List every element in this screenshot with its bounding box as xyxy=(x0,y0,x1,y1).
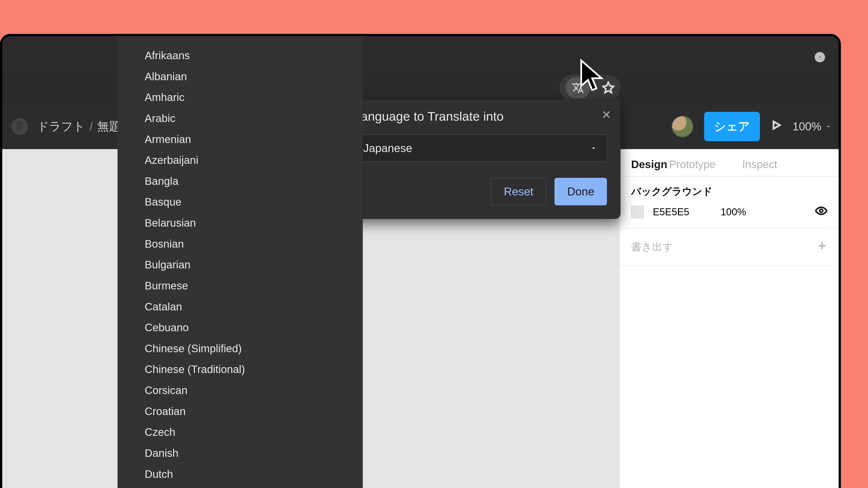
language-option[interactable]: Danish xyxy=(145,443,363,464)
language-option[interactable]: Albanian xyxy=(145,66,363,87)
language-option[interactable]: Chinese (Traditional) xyxy=(145,359,363,380)
translate-dialog-title: Language to Translate into xyxy=(354,109,607,124)
zoom-value: 100% xyxy=(793,120,822,133)
language-option[interactable]: Arabic xyxy=(145,108,363,129)
svg-point-0 xyxy=(20,125,23,128)
close-icon[interactable]: ✕ xyxy=(601,108,612,122)
translate-icon[interactable] xyxy=(565,77,590,98)
background-color-swatch[interactable] xyxy=(631,205,644,218)
zoom-dropdown[interactable]: 100% xyxy=(793,120,832,133)
chrome-menu-button[interactable] xyxy=(815,52,825,62)
app-window: ドラフト / 無題 シェア 100% Design Prototype Insp… xyxy=(0,34,841,488)
breadcrumb-separator: / xyxy=(90,120,93,133)
language-option[interactable]: Azerbaijani xyxy=(145,150,363,171)
language-option[interactable]: Basque xyxy=(145,192,363,213)
url-bar-action-chips xyxy=(559,74,620,101)
done-button[interactable]: Done xyxy=(555,178,607,205)
language-option[interactable]: English xyxy=(145,485,363,488)
language-select-dropdown[interactable]: Japanese xyxy=(354,134,607,162)
tab-design[interactable]: Design xyxy=(631,158,667,170)
background-section: バックグラウンド E5E5E5 100% xyxy=(620,176,839,229)
background-opacity-value[interactable]: 100% xyxy=(721,206,806,218)
language-select-value: Japanese xyxy=(363,142,412,155)
avatar[interactable] xyxy=(672,116,693,137)
language-option[interactable]: Croatian xyxy=(145,401,363,422)
background-hex-value[interactable]: E5E5E5 xyxy=(653,206,712,218)
right-panel: Design Prototype Inspect バックグラウンド E5E5E5… xyxy=(619,149,839,488)
language-option[interactable]: Dutch xyxy=(145,464,363,485)
translate-dialog: Language to Translate into ✕ Japanese Re… xyxy=(340,99,620,219)
language-option[interactable]: Burmese xyxy=(145,275,363,296)
language-option[interactable]: Bangla xyxy=(145,171,363,192)
panel-tabs: Design Prototype Inspect xyxy=(620,149,839,176)
bookmark-star-icon[interactable] xyxy=(602,81,615,95)
share-button[interactable]: シェア xyxy=(704,112,760,141)
breadcrumb-drafts[interactable]: ドラフト xyxy=(37,119,85,134)
language-option[interactable]: Corsican xyxy=(145,380,363,401)
language-option-list: AfrikaansAlbanianAmharicArabicArmenianAz… xyxy=(118,36,363,488)
language-option[interactable]: Bulgarian xyxy=(145,254,363,275)
svg-point-1 xyxy=(819,209,823,213)
language-option[interactable]: Chinese (Simplified) xyxy=(145,338,363,359)
language-option[interactable]: Czech xyxy=(145,422,363,443)
present-icon[interactable] xyxy=(771,120,782,133)
language-option[interactable]: Catalan xyxy=(145,296,363,318)
language-option[interactable]: Amharic xyxy=(145,87,363,108)
language-option[interactable]: Afrikaans xyxy=(145,45,363,66)
export-section: 書き出す xyxy=(620,229,839,266)
reset-button[interactable]: Reset xyxy=(491,178,547,205)
language-option[interactable]: Armenian xyxy=(145,129,363,150)
figma-logo-icon[interactable] xyxy=(11,118,28,135)
visibility-eye-icon[interactable] xyxy=(815,205,827,219)
background-label: バックグラウンド xyxy=(631,185,827,198)
add-export-icon[interactable] xyxy=(817,240,827,254)
language-option[interactable]: Belarusian xyxy=(145,213,363,234)
language-option[interactable]: Bosnian xyxy=(145,234,363,255)
export-label: 書き出す xyxy=(631,240,673,254)
tab-inspect[interactable]: Inspect xyxy=(742,158,777,170)
breadcrumb-untitled[interactable]: 無題 xyxy=(97,119,121,134)
tab-prototype[interactable]: Prototype xyxy=(669,158,715,170)
language-option[interactable]: Cebuano xyxy=(145,317,363,338)
